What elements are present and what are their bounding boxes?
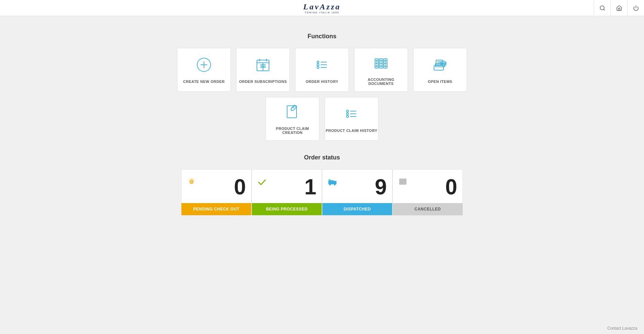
svg-point-51 — [329, 184, 331, 186]
svg-rect-49 — [328, 180, 334, 184]
svg-marker-50 — [334, 181, 336, 184]
svg-point-24 — [376, 63, 377, 64]
svg-point-45 — [346, 113, 348, 115]
card-order-subscriptions-label: ORDER SUBSCRIPTIONS — [239, 80, 287, 84]
card-accounting-documents[interactable]: ACCOUNTING DOCUMENTS — [354, 48, 408, 92]
svg-point-47 — [346, 115, 348, 117]
order-subscriptions-icon — [254, 56, 272, 76]
being-processed-count: 1 — [269, 176, 316, 198]
card-product-claim-creation[interactable]: PRODUCT CLAIM CREATION — [266, 97, 319, 141]
card-order-history[interactable]: ORDER HISTORY — [295, 48, 349, 92]
cancelled-icon — [398, 178, 408, 189]
home-button[interactable] — [610, 0, 627, 16]
card-create-new-order[interactable]: CREATE NEW ORDER — [177, 48, 231, 92]
functions-row-1: CREATE NEW ORDER ORDER SUBSCRIPTIONS — [127, 48, 517, 92]
status-card-dispatched-body: 9 — [322, 170, 392, 203]
being-processed-icon — [257, 178, 267, 189]
logo-tagline: TORINO ITALIA 1895 — [305, 11, 339, 14]
svg-point-27 — [380, 63, 382, 64]
create-new-order-icon — [195, 56, 213, 76]
header: LavAzza TORINO ITALIA 1895 — [0, 0, 644, 16]
contact-lavazza[interactable]: Contact Lavazza — [607, 326, 637, 331]
open-items-icon — [431, 56, 449, 76]
dispatched-count: 9 — [340, 176, 387, 198]
home-icon — [616, 5, 622, 11]
svg-rect-54 — [399, 179, 406, 180]
svg-point-43 — [346, 110, 348, 112]
pending-checkout-icon — [187, 178, 196, 189]
status-card-cancelled[interactable]: 0 CANCELLED — [392, 169, 463, 216]
order-history-icon — [313, 56, 331, 76]
status-card-pending-body: 0 — [181, 170, 251, 203]
svg-point-16 — [317, 64, 319, 66]
card-open-items-label: OPEN ITEMS — [428, 80, 452, 84]
svg-point-14 — [317, 61, 319, 63]
header-icons — [594, 0, 644, 16]
svg-point-29 — [385, 60, 386, 61]
card-accounting-documents-label: ACCOUNTING DOCUMENTS — [355, 78, 408, 86]
being-processed-label: BEING PROCESSED — [252, 203, 322, 215]
svg-point-52 — [334, 184, 336, 186]
search-icon — [599, 5, 605, 11]
pending-checkout-label: PENDING CHECK OUT — [181, 203, 251, 215]
logo-main: LavAzza — [303, 2, 341, 11]
card-order-history-label: ORDER HISTORY — [306, 80, 338, 84]
svg-point-28 — [380, 65, 382, 67]
dispatched-label: DISPATCHED — [322, 203, 392, 215]
status-card-being-processed[interactable]: 1 BEING PROCESSED — [252, 169, 322, 216]
dispatched-icon — [328, 178, 337, 189]
power-icon — [633, 5, 639, 11]
status-card-being-processed-body: 1 — [252, 170, 322, 203]
cancelled-count: 0 — [410, 176, 457, 198]
svg-line-1 — [603, 9, 604, 10]
status-card-cancelled-body: 0 — [393, 170, 463, 203]
card-order-subscriptions[interactable]: ORDER SUBSCRIPTIONS — [236, 48, 290, 92]
svg-point-18 — [317, 66, 319, 68]
order-status-cards: 0 PENDING CHECK OUT 1 BEING PROCESSED — [127, 169, 517, 216]
product-claim-history-icon — [343, 105, 360, 125]
order-status-section: Order status 0 PENDING CHECK OUT — [127, 154, 517, 216]
card-product-claim-history-label: PRODUCT CLAIM HISTORY — [326, 129, 377, 133]
functions-title: Functions — [127, 33, 517, 40]
svg-point-25 — [376, 65, 377, 67]
pending-checkout-count: 0 — [199, 176, 246, 198]
svg-rect-56 — [399, 183, 406, 184]
svg-point-31 — [385, 65, 386, 67]
logout-button[interactable] — [627, 0, 644, 16]
status-card-pending-checkout[interactable]: 0 PENDING CHECK OUT — [181, 169, 252, 216]
svg-rect-55 — [399, 181, 406, 182]
search-button[interactable] — [594, 0, 610, 16]
product-claim-creation-icon — [284, 103, 301, 123]
functions-row-2: PRODUCT CLAIM CREATION PRODUCT CLAIM HIS… — [127, 97, 517, 141]
svg-point-26 — [380, 60, 382, 61]
card-product-claim-creation-label: PRODUCT CLAIM CREATION — [266, 127, 319, 135]
logo: LavAzza TORINO ITALIA 1895 — [303, 2, 341, 14]
order-status-title: Order status — [127, 154, 517, 161]
status-card-dispatched[interactable]: 9 DISPATCHED — [322, 169, 392, 216]
main-content: Functions CREATE NEW ORDER — [121, 16, 523, 229]
accounting-documents-icon — [372, 54, 390, 74]
svg-point-30 — [385, 63, 386, 64]
card-open-items[interactable]: OPEN ITEMS — [413, 48, 467, 92]
card-product-claim-history[interactable]: PRODUCT CLAIM HISTORY — [325, 97, 378, 141]
cancelled-label: CANCELLED — [393, 203, 463, 215]
svg-point-23 — [376, 60, 377, 61]
footer: Contact Lavazza — [607, 326, 637, 331]
card-create-new-order-label: CREATE NEW ORDER — [183, 80, 225, 84]
